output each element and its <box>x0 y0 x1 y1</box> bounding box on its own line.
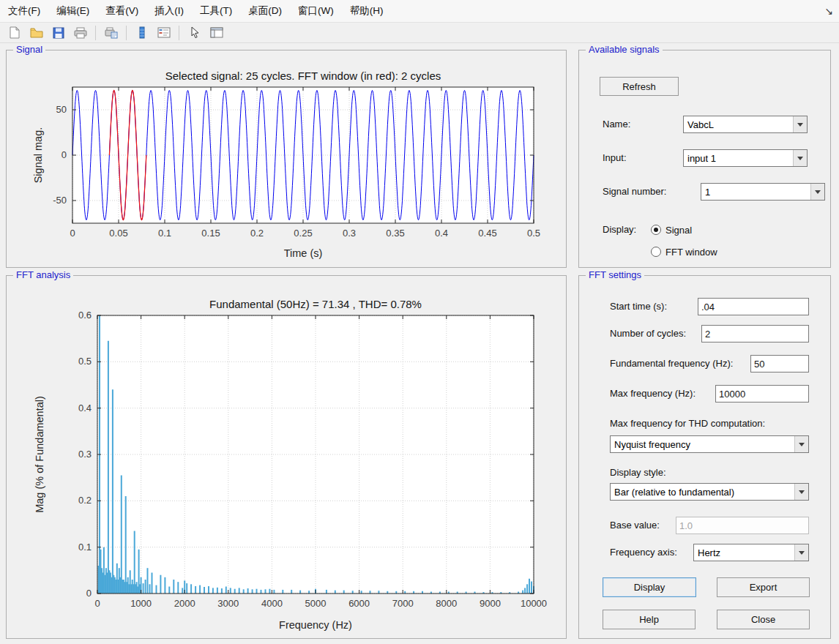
thd-max-frequency-label: Max frequency for THD computation: <box>610 416 765 432</box>
display-style-label: Display style: <box>610 465 666 481</box>
menu-file[interactable]: 文件(F) <box>0 0 48 22</box>
signal-plot: 00.050.10.150.20.250.30.350.40.450.5-500… <box>10 61 559 264</box>
fft-settings-panel-title: FFT settings <box>586 269 644 280</box>
display-signal-radio[interactable] <box>651 225 661 235</box>
svg-text:1000: 1000 <box>130 598 152 609</box>
powergui-fft-analysis-tool: { "menu": { "items": ["文件(F)", "编辑(E)", … <box>0 0 839 644</box>
new-document-icon[interactable] <box>4 23 24 42</box>
print-preview-icon[interactable] <box>101 23 121 42</box>
svg-text:Signal mag.: Signal mag. <box>32 127 44 184</box>
display-fft-window-radio[interactable] <box>651 247 661 257</box>
chevron-down-icon[interactable] <box>810 184 824 200</box>
svg-text:0: 0 <box>61 149 67 160</box>
svg-text:0.35: 0.35 <box>386 228 404 239</box>
signal-number-label: Signal number: <box>603 184 666 200</box>
svg-text:Time (s): Time (s) <box>284 247 323 259</box>
insert-legend-icon[interactable] <box>154 23 174 42</box>
help-button[interactable]: Help <box>603 610 696 629</box>
svg-text:0.2: 0.2 <box>78 495 92 506</box>
open-file-icon[interactable] <box>26 23 46 42</box>
menu-tools[interactable]: 工具(T) <box>192 0 240 22</box>
svg-text:Frequency (Hz): Frequency (Hz) <box>279 619 352 631</box>
chevron-down-icon[interactable] <box>793 116 807 132</box>
svg-text:2000: 2000 <box>174 598 195 609</box>
svg-text:0: 0 <box>70 228 75 239</box>
figure-toolbar <box>0 23 839 43</box>
chevron-down-icon[interactable] <box>794 544 808 561</box>
toolbar-separator <box>95 26 96 40</box>
export-button[interactable]: Export <box>717 577 810 597</box>
svg-text:0.4: 0.4 <box>78 402 92 413</box>
svg-text:0: 0 <box>94 598 100 609</box>
max-frequency-label: Max frequency (Hz): <box>610 386 696 402</box>
frequency-axis-dropdown[interactable]: Hertz <box>693 544 809 561</box>
fundamental-frequency-input[interactable] <box>750 355 809 372</box>
menu-view[interactable]: 查看(V) <box>97 0 146 22</box>
svg-text:6000: 6000 <box>348 598 370 609</box>
fundamental-frequency-label: Fundamental frequency (Hz): <box>610 356 733 372</box>
frequency-axis-label: Frequency axis: <box>610 544 677 561</box>
available-signals-panel: Available signals Refresh Name: VabcL In… <box>578 50 831 268</box>
available-signals-panel-title: Available signals <box>586 44 663 55</box>
input-dropdown-value: input 1 <box>684 151 793 165</box>
print-icon[interactable] <box>70 23 90 42</box>
thd-max-frequency-dropdown[interactable]: Nyquist frequency <box>610 435 809 453</box>
svg-text:0: 0 <box>86 588 92 599</box>
display-button[interactable]: Display <box>603 577 696 597</box>
menu-edit[interactable]: 编辑(E) <box>48 0 97 22</box>
start-time-label: Start time (s): <box>610 299 667 315</box>
input-label: Input: <box>603 150 627 166</box>
display-fft-window-radio-label[interactable]: FFT window <box>665 247 717 258</box>
start-time-input[interactable] <box>698 298 809 315</box>
svg-text:0.25: 0.25 <box>294 228 312 239</box>
svg-text:9000: 9000 <box>480 598 501 609</box>
display-signal-radio-label[interactable]: Signal <box>665 225 692 236</box>
toolbar-separator <box>179 26 179 40</box>
svg-text:0.1: 0.1 <box>158 228 171 239</box>
svg-text:0.45: 0.45 <box>478 228 496 239</box>
svg-text:8000: 8000 <box>436 598 457 609</box>
svg-text:5000: 5000 <box>305 598 327 609</box>
menu-bar: 文件(F) 编辑(E) 查看(V) 插入(I) 工具(T) 桌面(D) 窗口(W… <box>0 0 839 23</box>
svg-text:Mag (% of Fundamental): Mag (% of Fundamental) <box>34 396 45 513</box>
svg-text:0.15: 0.15 <box>201 228 220 239</box>
chevron-down-icon[interactable] <box>794 436 808 452</box>
svg-text:Selected signal: 25 cycles. FF: Selected signal: 25 cycles. FFT window (… <box>165 70 441 82</box>
dock-figure-icon[interactable]: ↘ <box>824 5 833 17</box>
display-style-dropdown[interactable]: Bar (relative to fundamental) <box>610 483 809 501</box>
signal-panel: Signal 00.050.10.150.20.250.30.350.40.45… <box>6 50 567 268</box>
svg-text:0.5: 0.5 <box>527 228 540 239</box>
fft-analysis-panel: FFT analysis 010002000300040005000600070… <box>6 275 567 639</box>
signal-number-dropdown-value: 1 <box>701 185 810 199</box>
menu-window[interactable]: 窗口(W) <box>290 0 342 22</box>
cycles-input[interactable] <box>701 325 809 342</box>
input-dropdown[interactable]: input 1 <box>683 149 808 167</box>
chevron-down-icon[interactable] <box>793 150 807 166</box>
menu-desktop[interactable]: 桌面(D) <box>240 0 290 22</box>
save-icon[interactable] <box>48 23 68 42</box>
fft-settings-panel: FFT settings Start time (s): Number of c… <box>578 275 831 639</box>
svg-text:50: 50 <box>56 104 67 115</box>
svg-text:0.2: 0.2 <box>250 228 264 239</box>
frequency-axis-dropdown-value: Hertz <box>694 546 794 560</box>
chevron-down-icon[interactable] <box>794 484 808 500</box>
property-editor-icon[interactable] <box>206 23 226 42</box>
close-button[interactable]: Close <box>717 610 810 629</box>
max-frequency-input[interactable] <box>715 385 809 402</box>
svg-text:0.5: 0.5 <box>78 356 92 367</box>
svg-text:0.3: 0.3 <box>78 449 92 460</box>
svg-text:10000: 10000 <box>521 598 547 609</box>
display-label: Display: <box>603 222 636 238</box>
fft-plot: 0100020003000400050006000700080009000100… <box>10 286 559 636</box>
refresh-button[interactable]: Refresh <box>600 77 679 96</box>
svg-text:0.1: 0.1 <box>78 542 92 553</box>
menu-insert[interactable]: 插入(I) <box>146 0 192 22</box>
menu-help[interactable]: 帮助(H) <box>342 0 392 22</box>
pointer-icon[interactable] <box>184 23 204 42</box>
svg-text:4000: 4000 <box>261 598 283 609</box>
name-label: Name: <box>603 116 630 132</box>
signal-number-dropdown[interactable]: 1 <box>701 183 825 201</box>
colorbar-icon[interactable] <box>132 23 152 42</box>
svg-text:3000: 3000 <box>217 598 239 609</box>
name-dropdown[interactable]: VabcL <box>683 116 808 133</box>
